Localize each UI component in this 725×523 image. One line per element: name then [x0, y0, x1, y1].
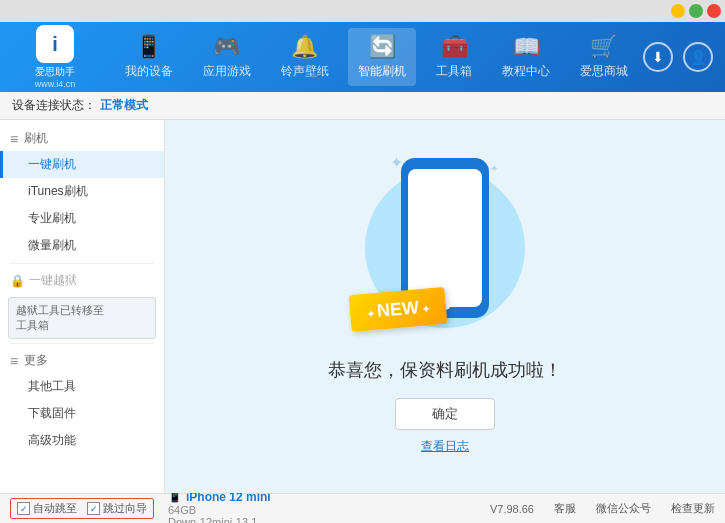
sidebar-item-advanced[interactable]: 高级功能: [0, 427, 164, 454]
one-click-flash-label: 一键刷机: [28, 157, 76, 171]
ipsw-flash-label: 微量刷机: [28, 238, 76, 252]
header: i 爱思助手 www.i4.cn 📱 我的设备 🎮 应用游戏 🔔 铃声壁纸 🔄 …: [0, 22, 725, 92]
pro-flash-label: 专业刷机: [28, 211, 76, 225]
sidebar-item-download-firmware[interactable]: 下载固件: [0, 400, 164, 427]
main-layout: ≡ 刷机 一键刷机 iTunes刷机 专业刷机 微量刷机 🔒 一键越狱 越狱工具…: [0, 120, 725, 493]
auto-jump-label: 自动跳至: [33, 501, 77, 516]
sidebar-item-other-tools[interactable]: 其他工具: [0, 373, 164, 400]
ringtones-icon: 🔔: [291, 34, 318, 60]
nav-apps-games[interactable]: 🎮 应用游戏: [193, 28, 261, 86]
lock-label: 一键越狱: [29, 272, 77, 289]
download-firmware-label: 下载固件: [28, 406, 76, 420]
view-log-link[interactable]: 查看日志: [421, 438, 469, 455]
device-info: 📱 iPhone 12 mini 64GB Down-12mini-13,1: [168, 490, 271, 524]
status-value: 正常模式: [100, 97, 148, 114]
checkboxes-border-box: ✓ 自动跳至 ✓ 跳过向导: [10, 498, 154, 519]
account-button[interactable]: 👤: [683, 42, 713, 72]
title-bar: [0, 0, 725, 22]
smart-flash-icon: 🔄: [369, 34, 396, 60]
sidebar-item-ipsw-flash[interactable]: 微量刷机: [0, 232, 164, 259]
apps-games-icon: 🎮: [213, 34, 240, 60]
nav-tutorials[interactable]: 📖 教程中心: [492, 28, 560, 86]
mall-icon: 🛒: [590, 34, 617, 60]
maximize-button[interactable]: [689, 4, 703, 18]
minimize-button[interactable]: [671, 4, 685, 18]
sidebar-item-itunes-flash[interactable]: iTunes刷机: [0, 178, 164, 205]
confirm-button[interactable]: 确定: [395, 398, 495, 430]
nav-ringtones[interactable]: 🔔 铃声壁纸: [271, 28, 339, 86]
nav-smart-flash-label: 智能刷机: [358, 63, 406, 80]
phone-illustration-container: ✦ ✦ ✦ NEW: [360, 158, 530, 348]
update-link[interactable]: 检查更新: [671, 501, 715, 516]
bottom-bar: ✓ 自动跳至 ✓ 跳过向导 📱 iPhone 12 mini 64GB Down…: [0, 493, 725, 523]
more-section-icon: ≡: [10, 353, 18, 369]
sidebar-item-pro-flash[interactable]: 专业刷机: [0, 205, 164, 232]
toolbox-icon: 🧰: [441, 34, 468, 60]
nav-apps-games-label: 应用游戏: [203, 63, 251, 80]
status-label: 设备连接状态：: [12, 97, 96, 114]
nav-my-device[interactable]: 📱 我的设备: [115, 28, 183, 86]
more-section-label: 更多: [24, 352, 48, 369]
close-button[interactable]: [707, 4, 721, 18]
success-text: 恭喜您，保资料刷机成功啦！: [328, 358, 562, 382]
version-label: V7.98.66: [490, 503, 534, 515]
sidebar-info-box: 越狱工具已转移至 工具箱: [8, 297, 156, 339]
bottom-left: ✓ 自动跳至 ✓ 跳过向导 📱 iPhone 12 mini 64GB Down…: [10, 490, 271, 524]
sidebar: ≡ 刷机 一键刷机 iTunes刷机 专业刷机 微量刷机 🔒 一键越狱 越狱工具…: [0, 120, 165, 493]
flash-section-label: 刷机: [24, 130, 48, 147]
logo-area: i 爱思助手 www.i4.cn: [0, 25, 110, 89]
sidebar-divider-1: [10, 263, 154, 264]
logo-text: 爱思助手 www.i4.cn: [35, 65, 76, 89]
nav-toolbox[interactable]: 🧰 工具箱: [426, 28, 482, 86]
nav-smart-flash[interactable]: 🔄 智能刷机: [348, 28, 416, 86]
sparkle-top-left: ✦: [390, 153, 403, 172]
nav-mall[interactable]: 🛒 爱思商城: [570, 28, 638, 86]
nav-toolbox-label: 工具箱: [436, 63, 472, 80]
download-button[interactable]: ⬇: [643, 42, 673, 72]
lock-icon: 🔒: [10, 274, 25, 288]
auto-jump-checkbox[interactable]: ✓ 自动跳至: [17, 501, 77, 516]
advanced-label: 高级功能: [28, 433, 76, 447]
flash-section-title[interactable]: ≡ 刷机: [0, 126, 164, 151]
sidebar-lock-jailbreak: 🔒 一键越狱: [0, 268, 164, 293]
content-area: ✦ ✦ ✦ NEW 恭喜您，保资料刷机成功啦！ 确定 查看日志: [165, 120, 725, 493]
info-box-line2: 工具箱: [16, 318, 148, 333]
success-content: ✦ ✦ ✦ NEW 恭喜您，保资料刷机成功啦！ 确定 查看日志: [328, 158, 562, 455]
itunes-flash-label: iTunes刷机: [28, 184, 88, 198]
nav-tutorials-label: 教程中心: [502, 63, 550, 80]
device-storage: 64GB: [168, 504, 271, 516]
wechat-link[interactable]: 微信公众号: [596, 501, 651, 516]
more-section-title[interactable]: ≡ 更多: [0, 348, 164, 373]
my-device-icon: 📱: [135, 34, 162, 60]
sidebar-item-one-click-flash[interactable]: 一键刷机: [0, 151, 164, 178]
nav-items: 📱 我的设备 🎮 应用游戏 🔔 铃声壁纸 🔄 智能刷机 🧰 工具箱 📖 教程中心…: [110, 22, 643, 92]
info-box-line1: 越狱工具已转移至: [16, 303, 148, 318]
sparkle-top-right: ✦: [490, 163, 498, 174]
other-tools-label: 其他工具: [28, 379, 76, 393]
sidebar-divider-2: [10, 343, 154, 344]
tutorials-icon: 📖: [513, 34, 540, 60]
flash-section-icon: ≡: [10, 131, 18, 147]
skip-guide-checkbox-box: ✓: [87, 502, 100, 515]
logo-icon: i: [36, 25, 74, 63]
skip-guide-label: 跳过向导: [103, 501, 147, 516]
nav-mall-label: 爱思商城: [580, 63, 628, 80]
status-bar: 设备连接状态： 正常模式: [0, 92, 725, 120]
device-model: Down-12mini-13,1: [168, 516, 271, 524]
skip-guide-checkbox[interactable]: ✓ 跳过向导: [87, 501, 147, 516]
phone-screen: [408, 169, 482, 307]
auto-jump-checkbox-box: ✓: [17, 502, 30, 515]
nav-ringtones-label: 铃声壁纸: [281, 63, 329, 80]
nav-my-device-label: 我的设备: [125, 63, 173, 80]
nav-right: ⬇ 👤: [643, 42, 725, 72]
service-link[interactable]: 客服: [554, 501, 576, 516]
bottom-right: V7.98.66 客服 微信公众号 检查更新: [490, 501, 715, 516]
